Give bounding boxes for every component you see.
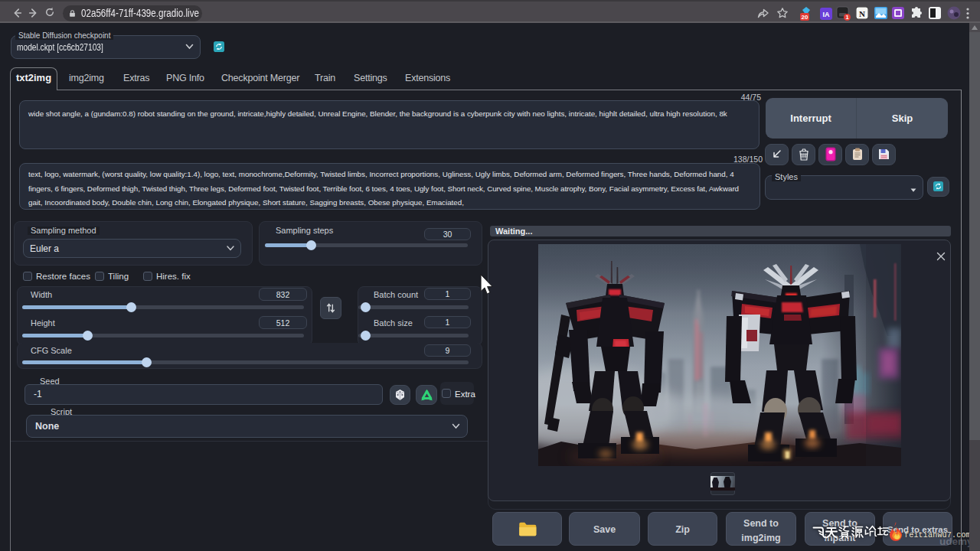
svg-text:IA: IA	[823, 11, 831, 18]
svg-text:20: 20	[802, 14, 808, 21]
svg-text:N: N	[859, 9, 865, 18]
svg-text:1: 1	[845, 14, 848, 21]
